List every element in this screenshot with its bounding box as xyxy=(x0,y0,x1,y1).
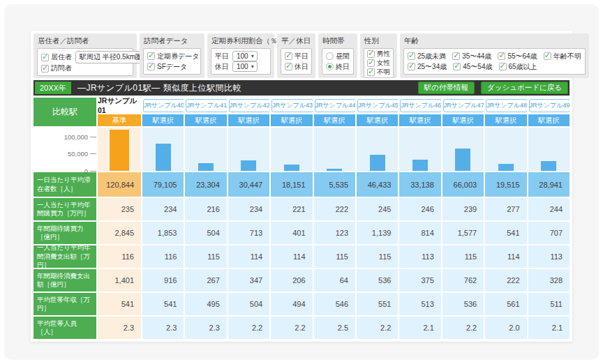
checkbox-checked-icon xyxy=(285,63,292,70)
station-chip[interactable]: JRサンプル42 xyxy=(229,99,269,112)
data-cell-base: 541 xyxy=(98,293,141,315)
filter-group-title: 訪問者データ xyxy=(144,36,201,46)
checkbox-checked-icon xyxy=(408,63,415,70)
comparison-corner-label: 比較駅 xyxy=(34,98,96,126)
checkbox-checked-icon xyxy=(147,52,155,60)
age-45-54-checkbox[interactable]: 45〜54歳 xyxy=(453,62,492,72)
checkbox-checked-icon xyxy=(367,68,375,76)
filter-group-box: 居住者 駅周辺 半径0.5km圏 ▾ 訪問者 xyxy=(37,48,133,76)
data-cell: 19,515 xyxy=(485,172,526,197)
select-value: 100 xyxy=(237,52,248,60)
daytime-radio[interactable]: 昼間 xyxy=(326,52,350,61)
station-chip[interactable]: JRサンプル40 xyxy=(143,99,184,112)
station-select-button[interactable]: 駅選択 xyxy=(357,114,398,126)
data-cell: 115 xyxy=(357,245,398,268)
data-cell: 114 xyxy=(228,245,269,268)
station-select-button[interactable]: 駅選択 xyxy=(528,114,570,126)
gender-unknown-checkbox[interactable]: 不明 xyxy=(367,68,390,77)
data-cell: 221 xyxy=(271,198,312,220)
row-label: 一日当たり平均滞在者数［人］ xyxy=(34,172,96,197)
data-cell: 66,003 xyxy=(442,172,484,197)
data-cell: 123 xyxy=(314,222,355,244)
station-chip-cell: JRサンプル42 xyxy=(228,98,269,113)
tick-line xyxy=(90,137,96,137)
checkbox-label: 55〜64歳 xyxy=(507,52,537,61)
station-chip[interactable]: JRサンプル47 xyxy=(443,99,484,112)
station-chip[interactable]: JRサンプル44 xyxy=(315,99,355,112)
station-chip[interactable]: JRサンプル46 xyxy=(400,99,440,112)
checkbox-checked-icon xyxy=(408,52,415,60)
radio-label: 終日 xyxy=(336,62,350,72)
weekday-checkbox[interactable]: 平日 xyxy=(285,52,308,61)
row-label: 一人当たり平均年間購買力［万円］ xyxy=(34,198,96,220)
filter-group-box: 平日 100 ▾ 休日 100 ▾ xyxy=(211,48,271,75)
station-select-button[interactable]: 駅選択 xyxy=(142,114,184,126)
age-unknown-checkbox[interactable]: 年齢不明 xyxy=(544,52,581,61)
tick-line xyxy=(90,171,96,172)
select-value: 駅周辺 半径0.5km圏 xyxy=(80,52,142,62)
station-chip[interactable]: JRサンプル43 xyxy=(271,99,312,112)
data-cell: 762 xyxy=(442,269,484,291)
row-label: 平均世帯人員［人］ xyxy=(34,317,96,339)
filter-group-visitor-data: 訪問者データ 定期券データ SFデータ xyxy=(140,33,204,78)
weekday-ratio-select[interactable]: 100 ▾ xyxy=(232,51,258,61)
filter-group-title: 平／休日 xyxy=(281,36,312,46)
station-chip[interactable]: JRサンプル49 xyxy=(529,99,570,112)
row-label: 平均世帯年収［万円］ xyxy=(34,293,96,315)
select-value: 100 xyxy=(237,63,248,70)
bar xyxy=(455,149,470,171)
station-select-button[interactable]: 駅選択 xyxy=(399,114,440,126)
station-select-button[interactable]: 駅選択 xyxy=(185,114,226,126)
chart-column xyxy=(399,128,440,171)
station-select-button[interactable]: 駅選択 xyxy=(271,114,312,126)
age-65-over-checkbox[interactable]: 65歳以上 xyxy=(499,62,537,72)
filter-group-title: 性別 xyxy=(364,36,394,46)
holiday-ratio-select[interactable]: 100 ▾ xyxy=(232,61,258,72)
checkbox-label: 定期券データ xyxy=(157,52,199,61)
age-55-64-checkbox[interactable]: 55〜64歳 xyxy=(498,52,537,61)
weekday-ratio-label: 平日 xyxy=(215,52,229,61)
station-select-button[interactable]: 駅選択 xyxy=(442,114,484,126)
data-cell: 30,447 xyxy=(228,172,269,197)
bar xyxy=(241,160,256,171)
station-info-button[interactable]: 駅の付帯情報 xyxy=(418,82,475,94)
age-under-25-checkbox[interactable]: 25歳未満 xyxy=(408,52,446,61)
filter-group-box: 昼間 終日 xyxy=(322,48,354,75)
bar xyxy=(370,155,385,171)
data-cell: 244 xyxy=(528,198,570,220)
filter-group-title: 時間帯 xyxy=(322,36,354,46)
checkbox-checked-icon xyxy=(147,63,155,70)
checkbox-label: 35〜44歳 xyxy=(462,52,491,61)
resident-checkbox[interactable]: 居住者 xyxy=(41,52,72,62)
data-cell: 116 xyxy=(142,245,184,268)
bar xyxy=(284,165,299,171)
sf-data-checkbox[interactable]: SFデータ xyxy=(147,62,197,72)
title-bar: 20XX年 ―JRサンプル01駅― 類似度上位駅間比較 駅の付帯情報 ダッシュボ… xyxy=(34,80,570,96)
back-to-dashboard-button[interactable]: ダッシュボードに戻る xyxy=(481,82,568,94)
station-select-button[interactable]: 駅選択 xyxy=(485,114,526,126)
station-select-button[interactable]: 駅選択 xyxy=(314,114,355,126)
station-chip[interactable]: JRサンプル45 xyxy=(357,99,398,112)
checkbox-checked-icon xyxy=(452,52,460,60)
checkbox-label: 年齢不明 xyxy=(553,52,581,61)
chart-column xyxy=(142,128,184,171)
age-25-34-checkbox[interactable]: 25〜34歳 xyxy=(408,62,447,72)
checkbox-checked-icon xyxy=(499,63,507,70)
pass-data-checkbox[interactable]: 定期券データ xyxy=(147,52,197,61)
data-cell: 2.1 xyxy=(528,317,570,339)
all-day-radio[interactable]: 終日 xyxy=(326,62,350,72)
station-chip[interactable]: JRサンプル48 xyxy=(486,99,526,112)
data-cell: 546 xyxy=(314,293,355,315)
chart-y-axis: 050,000100,000 xyxy=(34,128,96,171)
checkbox-label: 休日 xyxy=(295,62,308,72)
visitor-checkbox[interactable]: 訪問者 xyxy=(41,63,72,73)
data-cell: 1,577 xyxy=(442,222,484,244)
station-select-button[interactable]: 駅選択 xyxy=(228,114,269,126)
holiday-checkbox[interactable]: 休日 xyxy=(285,62,308,72)
age-35-44-checkbox[interactable]: 35〜44歳 xyxy=(452,52,491,61)
y-axis-tick-label: 50,000 xyxy=(68,150,88,158)
data-cell: 328 xyxy=(528,269,570,291)
station-chip[interactable]: JRサンプル41 xyxy=(186,99,226,112)
data-cell: 234 xyxy=(228,198,269,220)
filter-group-box: 定期券データ SFデータ xyxy=(143,48,201,75)
